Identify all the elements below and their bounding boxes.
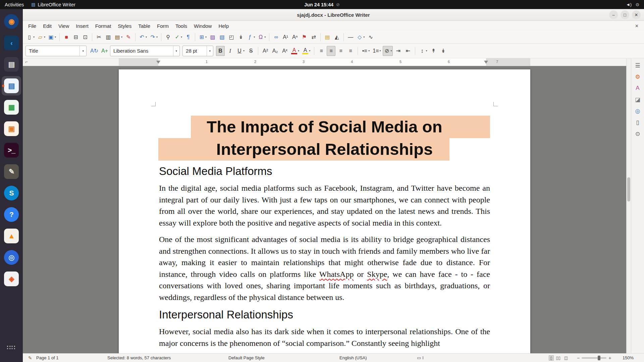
zoom-level[interactable]: 150%: [623, 354, 634, 362]
highlight-color-button[interactable]: A▾: [301, 46, 311, 56]
title-bar[interactable]: sjajdj.docx - LibreOffice Writer – □ ✕: [23, 9, 644, 21]
underline-button[interactable]: U▾: [235, 46, 246, 56]
close-button[interactable]: ✕: [632, 10, 641, 19]
separator[interactable]: ▾: [161, 33, 161, 41]
formatting-marks-button[interactable]: ¶▾: [184, 32, 193, 42]
minimize-button[interactable]: –: [609, 10, 618, 19]
separator[interactable]: ▾: [195, 33, 195, 41]
separator[interactable]: ▾: [258, 47, 258, 55]
app-grid-button[interactable]: ∷∷: [2, 338, 21, 357]
zoom-slider[interactable]: − +: [577, 354, 611, 362]
menu-item[interactable]: Edit: [40, 22, 55, 30]
menu-item[interactable]: Format: [92, 22, 115, 30]
skype-launcher[interactable]: S: [2, 183, 21, 203]
new-document-button[interactable]: ▯▾: [25, 32, 36, 42]
sidebar-settings-button[interactable]: ☰: [633, 60, 643, 70]
vlc-launcher[interactable]: ▲: [2, 226, 21, 246]
text-editor-launcher[interactable]: ▤: [2, 55, 21, 74]
separator[interactable]: ▾: [320, 33, 321, 41]
menu-item[interactable]: View: [55, 22, 72, 30]
increase-paragraph-spacing-button[interactable]: ↟▾: [429, 46, 438, 56]
copy-button[interactable]: ▥▾: [104, 32, 113, 42]
print-preview-button[interactable]: ⊡▾: [81, 32, 90, 42]
save-status-icon[interactable]: ✎: [28, 354, 32, 362]
italic-button[interactable]: I▾: [226, 46, 234, 56]
redo-button[interactable]: ↷▾: [149, 32, 159, 42]
bold-button[interactable]: B▾: [216, 46, 225, 56]
line-spacing-button[interactable]: ↕▾: [418, 46, 428, 56]
separator[interactable]: ▾: [135, 33, 136, 41]
insert-page-break-button[interactable]: ↡▾: [236, 32, 245, 42]
paragraph-style-select[interactable]: Title ▾: [25, 46, 87, 56]
track-changes-button[interactable]: ◭▾: [332, 32, 341, 42]
libreoffice-impress-launcher[interactable]: ▣: [2, 119, 21, 138]
menu-item[interactable]: Insert: [72, 22, 92, 30]
update-style-button[interactable]: A↻▾: [89, 46, 99, 56]
freeform-line-button[interactable]: ∿▾: [366, 32, 375, 42]
menu-item[interactable]: File: [25, 22, 40, 30]
insert-field-button[interactable]: ƒ▾: [246, 32, 256, 42]
print-button[interactable]: ⊟▾: [71, 32, 80, 42]
insert-endnote-button[interactable]: Aⁿ▾: [290, 32, 299, 42]
open-file-button[interactable]: ▱▾: [36, 32, 46, 42]
menu-item[interactable]: Window: [191, 22, 215, 30]
align-center-button[interactable]: ≡▾: [327, 46, 335, 56]
insert-hyperlink-button[interactable]: ∞▾: [272, 32, 280, 42]
clear-formatting-button[interactable]: Aˣ▾: [280, 46, 289, 56]
insert-textbox-button[interactable]: ◰▾: [227, 32, 236, 42]
page-info[interactable]: Page 1 of 1: [36, 354, 59, 362]
heading-interpersonal-relationships[interactable]: Interpersonal Relationships: [159, 308, 490, 321]
document-title[interactable]: The Impact of Social Media on Interperso…: [159, 116, 490, 161]
software-store-launcher[interactable]: ◈: [2, 269, 21, 289]
vertical-scrollbar[interactable]: [626, 58, 631, 353]
styles-tab[interactable]: A: [633, 83, 643, 93]
special-character-button[interactable]: Ω▾: [257, 32, 267, 42]
firefox-launcher[interactable]: ◉: [2, 12, 21, 31]
maximize-button[interactable]: □: [621, 10, 629, 19]
page-style[interactable]: Default Page Style: [228, 354, 265, 362]
book-view-button[interactable]: ◫: [563, 355, 569, 361]
zoom-in-button[interactable]: +: [608, 355, 611, 361]
subscript-button[interactable]: A₂▾: [271, 46, 279, 56]
increase-indent-button[interactable]: ⇥▾: [394, 46, 402, 56]
new-style-button[interactable]: A+▾: [100, 46, 109, 56]
insert-bookmark-button[interactable]: ⚑▾: [300, 32, 309, 42]
vscode-launcher[interactable]: ‹: [2, 33, 21, 53]
align-left-button[interactable]: ≡▾: [317, 46, 326, 56]
style-inspector-tab[interactable]: ⊙: [633, 129, 643, 139]
insert-chart-button[interactable]: ▧▾: [218, 32, 226, 42]
tab-stop-selector[interactable]: ⌐: [25, 59, 28, 64]
separator[interactable]: ▾: [358, 47, 358, 55]
insert-table-button[interactable]: ⊞▾: [198, 32, 208, 42]
separator[interactable]: ▾: [314, 47, 314, 55]
decrease-indent-button[interactable]: ⇤▾: [404, 46, 412, 56]
font-color-button[interactable]: A▾: [290, 46, 300, 56]
undo-button[interactable]: ↶▾: [138, 32, 148, 42]
separator[interactable]: ▾: [269, 33, 269, 41]
scrollbar-thumb[interactable]: [627, 177, 630, 201]
justify-button[interactable]: ≡▾: [346, 46, 355, 56]
clock-menu[interactable]: Jun 24 15:44 ⊘: [304, 2, 340, 7]
activities-button[interactable]: Activities: [5, 2, 24, 7]
help-launcher[interactable]: ?: [2, 205, 21, 224]
gimp-launcher[interactable]: ✎: [2, 162, 21, 181]
zoom-slider-track[interactable]: [582, 357, 606, 359]
selection-mode-indicator[interactable]: ▭ I: [417, 354, 424, 362]
menu-item[interactable]: Table: [135, 22, 154, 30]
libreoffice-writer-launcher[interactable]: ▤: [2, 76, 21, 96]
terminal-launcher[interactable]: >_: [2, 140, 21, 160]
gallery-tab[interactable]: ◪: [633, 95, 643, 105]
basic-shapes-button[interactable]: ◇▾: [356, 32, 366, 42]
separator[interactable]: ▾: [92, 33, 92, 41]
insert-image-button[interactable]: ▨▾: [208, 32, 217, 42]
page-tab[interactable]: ▯: [633, 117, 643, 127]
cut-button[interactable]: ✂▾: [95, 32, 103, 42]
align-right-button[interactable]: ≡▾: [336, 46, 345, 56]
separator[interactable]: ▾: [415, 47, 415, 55]
font-size-select[interactable]: 28 pt ▾: [182, 46, 213, 56]
save-button[interactable]: ▣▾: [47, 32, 57, 42]
no-list-button[interactable]: ⊘▾: [383, 46, 393, 56]
strikethrough-button[interactable]: S▾: [247, 46, 255, 56]
selection-info[interactable]: Selected: 8 words, 57 characters: [107, 354, 171, 362]
find-replace-button[interactable]: ⚲▾: [164, 32, 172, 42]
